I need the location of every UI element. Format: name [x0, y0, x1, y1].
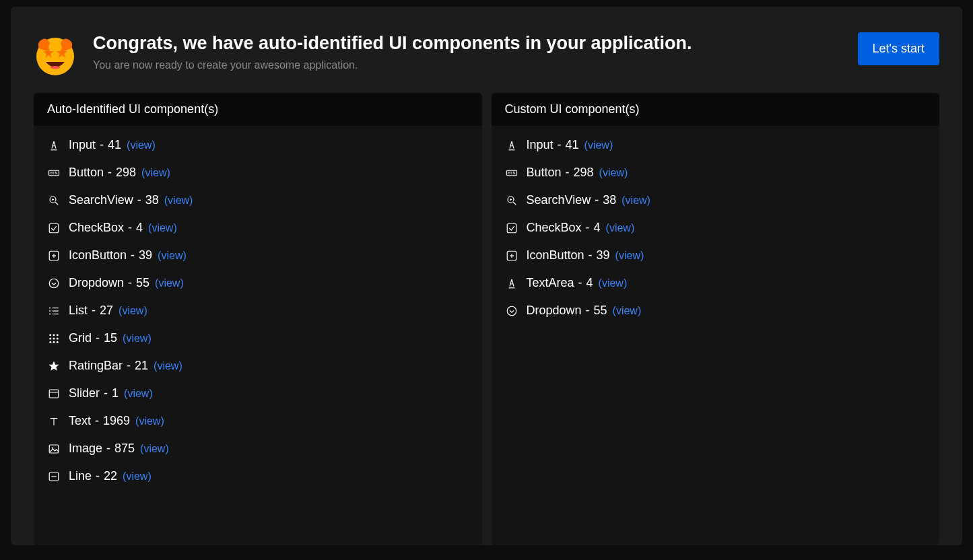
view-link[interactable]: (view)	[141, 167, 170, 179]
auto-row-button: BTNButton - 298(view)	[34, 159, 482, 186]
component-count: 21	[135, 359, 148, 373]
view-link[interactable]: (view)	[158, 250, 187, 262]
main-dialog: Congrats, we have auto-identified UI com…	[11, 7, 962, 545]
view-link[interactable]: (view)	[154, 360, 182, 372]
dropdown-icon	[505, 304, 518, 318]
svg-point-24	[49, 337, 51, 339]
search-icon	[505, 194, 518, 207]
view-link[interactable]: (view)	[148, 222, 177, 234]
custom-component-list: Input - 41(view)BTNButton - 298(view)Sea…	[492, 126, 940, 545]
iconbutton-icon	[47, 249, 61, 262]
view-link[interactable]: (view)	[127, 139, 156, 151]
view-link[interactable]: (view)	[155, 277, 184, 289]
image-icon	[47, 442, 61, 456]
component-count: 4	[136, 221, 143, 235]
svg-text:BTN: BTN	[51, 171, 58, 175]
auto-row-input: Input - 41(view)	[34, 131, 482, 159]
custom-row-searchview: SearchView - 38(view)	[492, 186, 940, 214]
component-name: SearchView	[69, 193, 133, 207]
component-count: 1	[112, 386, 119, 400]
star-eyes-emoji-icon	[34, 32, 77, 75]
auto-row-searchview: SearchView - 38(view)	[34, 186, 482, 214]
iconbutton-icon	[505, 249, 518, 262]
search-icon	[47, 194, 61, 207]
component-count: 38	[603, 193, 616, 207]
auto-row-dropdown: Dropdown - 55(view)	[34, 269, 482, 297]
view-link[interactable]: (view)	[135, 415, 164, 427]
view-link[interactable]: (view)	[622, 195, 650, 207]
component-count: 39	[139, 248, 152, 262]
view-link[interactable]: (view)	[119, 305, 147, 317]
button-icon: BTN	[47, 166, 61, 180]
text-icon	[47, 415, 61, 428]
component-name: List	[69, 304, 88, 318]
view-link[interactable]: (view)	[123, 470, 152, 483]
svg-text:BTN: BTN	[508, 171, 515, 175]
input-icon	[505, 277, 518, 290]
svg-point-16	[49, 310, 51, 312]
view-link[interactable]: (view)	[599, 277, 628, 289]
slider-icon	[47, 387, 61, 400]
component-count: 38	[145, 193, 159, 207]
component-count: 55	[136, 276, 149, 290]
svg-point-26	[57, 337, 59, 339]
view-link[interactable]: (view)	[124, 388, 153, 400]
custom-row-checkbox: CheckBox - 4(view)	[492, 214, 940, 242]
custom-row-input: Input - 41(view)	[492, 131, 940, 159]
auto-row-checkbox: CheckBox - 4(view)	[34, 214, 482, 242]
svg-rect-31	[49, 390, 59, 398]
view-link[interactable]: (view)	[140, 443, 169, 455]
component-name: Dropdown	[527, 304, 582, 318]
custom-row-iconbutton: IconButton - 39(view)	[492, 242, 940, 269]
line-icon	[47, 470, 61, 483]
auto-panel-title: Auto-Identified UI component(s)	[34, 93, 482, 126]
component-count: 875	[114, 442, 135, 456]
svg-rect-46	[507, 223, 516, 233]
view-link[interactable]: (view)	[164, 195, 193, 207]
view-link[interactable]: (view)	[615, 250, 644, 262]
component-name: Input	[527, 138, 553, 152]
component-count: 39	[597, 248, 610, 262]
component-name: SearchView	[527, 193, 591, 207]
svg-line-43	[513, 202, 516, 205]
component-name: Line	[69, 469, 92, 483]
svg-marker-30	[49, 361, 59, 370]
view-link[interactable]: (view)	[613, 305, 642, 317]
grid-icon	[47, 332, 61, 345]
component-count: 298	[116, 166, 136, 180]
input-icon	[47, 139, 61, 152]
svg-rect-35	[49, 445, 59, 453]
component-name: Dropdown	[69, 276, 124, 290]
component-name: Button	[69, 166, 104, 180]
page-title: Congrats, we have auto-identified UI com…	[93, 32, 858, 55]
custom-panel-title: Custom UI component(s)	[492, 93, 940, 126]
view-link[interactable]: (view)	[584, 139, 613, 151]
component-name: Input	[69, 138, 96, 152]
view-link[interactable]: (view)	[599, 167, 628, 179]
svg-point-17	[49, 313, 51, 314]
view-link[interactable]: (view)	[123, 332, 152, 345]
custom-row-dropdown: Dropdown - 55(view)	[492, 297, 940, 324]
component-name: CheckBox	[69, 221, 124, 235]
lets-start-button[interactable]: Let's start	[858, 32, 939, 65]
svg-point-29	[57, 341, 59, 343]
page-subtitle: You are now ready to create your awesome…	[93, 59, 858, 71]
svg-line-7	[55, 202, 58, 205]
input-icon	[505, 139, 518, 152]
component-count: 22	[104, 469, 117, 483]
component-count: 1969	[103, 414, 130, 428]
component-count: 55	[594, 304, 607, 318]
svg-point-28	[53, 341, 55, 343]
component-name: IconButton	[69, 248, 127, 262]
view-link[interactable]: (view)	[606, 222, 635, 234]
component-count: 15	[104, 331, 117, 345]
component-name: Slider	[69, 386, 100, 400]
component-name: Button	[527, 166, 562, 180]
custom-panel: Custom UI component(s) Input - 41(view)B…	[492, 93, 940, 545]
auto-row-image: Image - 875(view)	[34, 435, 482, 462]
custom-row-textarea: TextArea - 4(view)	[492, 269, 940, 297]
svg-point-21	[49, 334, 51, 336]
component-count: 4	[594, 221, 601, 235]
auto-row-slider: Slider - 1(view)	[34, 380, 482, 407]
component-name: RatingBar	[69, 359, 123, 373]
